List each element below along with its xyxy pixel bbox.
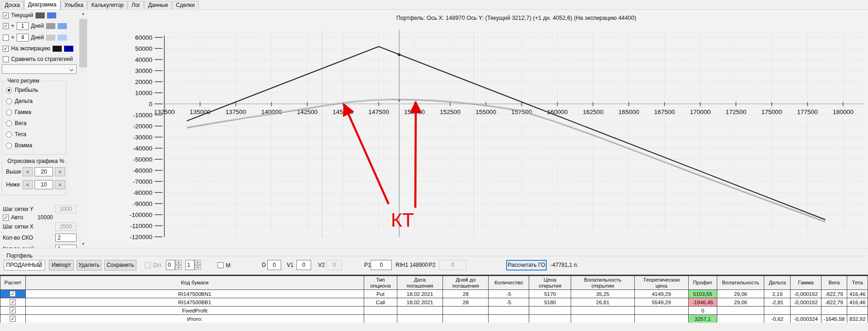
spinner-down-icon[interactable]: ▼ xyxy=(175,265,182,270)
row-calc-cell[interactable]: ✓ xyxy=(0,315,26,323)
dh-spinner-2-value[interactable]: 1 xyxy=(185,260,195,270)
auto-checkbox[interactable]: ✓ xyxy=(3,215,9,221)
scroll-up-icon[interactable]: ▲ xyxy=(79,10,87,18)
plus1-checkbox[interactable]: ✓ xyxy=(3,23,9,29)
row-checkbox[interactable]: ✓ xyxy=(10,299,16,305)
tab-данные[interactable]: Данные xyxy=(144,1,171,9)
column-header[interactable]: Тета xyxy=(847,276,868,290)
radio-icon[interactable] xyxy=(6,143,12,149)
expiration-line-swatch[interactable] xyxy=(53,46,62,52)
d-input[interactable]: 0 xyxy=(267,260,281,270)
delete-button[interactable]: Удалить xyxy=(77,260,101,271)
calc-margin-button[interactable]: Рассчитать ГО xyxy=(506,260,547,271)
dh-spinner-2[interactable]: 1 ▲▼ xyxy=(185,260,201,271)
tab-улыбка[interactable]: Улыбка xyxy=(61,1,88,9)
radio-option-вомма[interactable]: Вомма xyxy=(6,142,32,149)
auto-grid-row[interactable]: ✓ Авто 10000 xyxy=(3,214,53,221)
column-header[interactable]: Волатильностьоткрытия xyxy=(571,276,634,290)
horizontal-splitter[interactable] xyxy=(0,248,868,253)
compare-checkbox[interactable]: ✓ xyxy=(3,56,9,62)
toggle-plus4-days[interactable]: ✓ + 4 Дней xyxy=(3,34,67,41)
column-header[interactable]: Дельта xyxy=(764,276,791,290)
toggle-current[interactable]: ✓ Текущий xyxy=(3,12,56,19)
scroll-down-icon[interactable]: ▼ xyxy=(79,240,87,248)
tab-сделки[interactable]: Сделки xyxy=(172,1,199,9)
dh-toggle[interactable]: ✓ DH xyxy=(145,260,161,271)
radio-option-вега[interactable]: Вега xyxy=(6,120,26,126)
dh-spinner-1[interactable]: 0 ▲▼ xyxy=(166,260,182,271)
radio-option-дельта[interactable]: Дельта xyxy=(6,98,33,104)
row-checkbox[interactable]: ✓ xyxy=(10,291,16,297)
column-header[interactable]: Расчет xyxy=(0,276,26,290)
row-calc-cell[interactable]: ✓ xyxy=(0,298,26,307)
dh-checkbox[interactable]: ✓ xyxy=(145,262,151,268)
row-checkbox[interactable]: ✓ xyxy=(10,316,16,322)
expiration-alt-swatch[interactable] xyxy=(64,46,73,52)
plus4-alt-swatch[interactable] xyxy=(58,35,67,41)
row-checkbox[interactable]: ✓ xyxy=(10,307,16,313)
tab-калькулятор[interactable]: Калькулятор xyxy=(88,1,127,9)
column-header[interactable]: Количество xyxy=(489,276,529,290)
column-header[interactable]: Профит xyxy=(688,276,717,290)
radio-option-тета[interactable]: Тета xyxy=(6,131,26,138)
sidebar-scrollbar[interactable]: ▲ ▼ xyxy=(79,10,87,250)
radio-icon[interactable] xyxy=(6,132,12,138)
sko-count-input[interactable]: 2 xyxy=(55,234,77,242)
column-header[interactable]: Вега xyxy=(821,276,847,290)
tab-доска[interactable]: Доска xyxy=(1,1,24,9)
column-header[interactable]: Ценаоткрытия xyxy=(529,276,571,290)
column-header[interactable]: Дней допогашения xyxy=(443,276,488,290)
toggle-expiration[interactable]: ✓ На экспирацию xyxy=(3,45,73,52)
expiration-checkbox[interactable]: ✓ xyxy=(3,46,9,52)
m-toggle[interactable]: ✓ M xyxy=(218,260,230,271)
plus4-checkbox[interactable]: ✓ xyxy=(3,35,9,41)
radio-icon[interactable] xyxy=(6,120,12,126)
radio-icon[interactable] xyxy=(6,87,12,93)
row-calc-cell[interactable]: ✓ xyxy=(0,307,26,315)
toggle-plus1-days[interactable]: ✓ + 1 Дней xyxy=(3,22,67,30)
dh-spinner-1-value[interactable]: 0 xyxy=(166,260,175,270)
spinner-down-icon[interactable]: ▼ xyxy=(195,265,201,270)
tab-лог[interactable]: Лог xyxy=(128,1,144,9)
grid-step-x-input[interactable]: 2500 xyxy=(55,223,77,231)
toggle-compare-strategy[interactable]: ✓ Сравнить со стратегией xyxy=(3,55,73,63)
current-alt-swatch[interactable] xyxy=(47,12,56,18)
spinner-up-icon[interactable]: ▲ xyxy=(195,260,201,265)
v1-input[interactable]: 0 xyxy=(296,260,311,270)
column-header[interactable]: Код бумаги xyxy=(25,276,364,290)
plus1-alt-swatch[interactable] xyxy=(58,23,67,29)
above-increment-button[interactable]: > xyxy=(55,167,65,176)
above-percent-input[interactable]: 20 xyxy=(35,167,53,176)
table-row[interactable]: ✓RI147500BN1Put18.02.202128-5517035,2541… xyxy=(0,290,868,298)
table-row[interactable]: ✓RI147500BB1Call18.02.202128-5518026,815… xyxy=(0,298,868,307)
save-button[interactable]: Сохранить xyxy=(104,260,136,271)
plus1-days-input[interactable]: 1 xyxy=(17,22,29,30)
column-header[interactable]: Типопциона xyxy=(364,276,397,290)
column-header[interactable]: Волатильность xyxy=(717,276,764,290)
table-row[interactable]: ✓FixedProfit0 xyxy=(0,307,868,315)
radio-icon[interactable] xyxy=(6,109,12,115)
import-button[interactable]: Импорт xyxy=(49,260,74,271)
plus4-line-swatch[interactable] xyxy=(46,35,55,41)
below-percent-input[interactable]: 10 xyxy=(35,180,53,189)
column-header[interactable]: Теоретическаяцена xyxy=(634,276,688,290)
p1-input[interactable]: 0 xyxy=(371,260,392,270)
sidebar-scrollbar-thumb[interactable] xyxy=(79,19,87,67)
plus1-line-swatch[interactable] xyxy=(46,23,55,29)
strategy-combobox[interactable] xyxy=(2,64,77,74)
m-checkbox[interactable]: ✓ xyxy=(218,262,224,268)
current-line-swatch[interactable] xyxy=(35,12,45,18)
plus4-days-input[interactable]: 4 xyxy=(17,34,29,42)
spinner-up-icon[interactable]: ▲ xyxy=(175,260,182,265)
tab-диаграмма[interactable]: Диаграмма xyxy=(24,0,60,9)
column-header[interactable]: Датапогашения xyxy=(397,276,443,290)
payoff-chart[interactable]: 6000050000400003000020000100000-10000-20… xyxy=(88,10,868,248)
above-decrement-button[interactable]: < xyxy=(23,167,33,176)
table-row[interactable]: ✓Итого:3257,1-0,62-0,000324-1645,58832,9… xyxy=(0,315,868,323)
radio-icon[interactable] xyxy=(6,98,12,104)
current-checkbox[interactable]: ✓ xyxy=(3,12,9,18)
below-decrement-button[interactable]: < xyxy=(23,180,33,189)
radio-option-прибыль[interactable]: Прибыль xyxy=(6,87,38,93)
below-increment-button[interactable]: > xyxy=(55,180,65,189)
payoff-chart-panel[interactable]: Портфель: Ось X: 148970 Ось Y: (Текущий … xyxy=(88,10,868,248)
